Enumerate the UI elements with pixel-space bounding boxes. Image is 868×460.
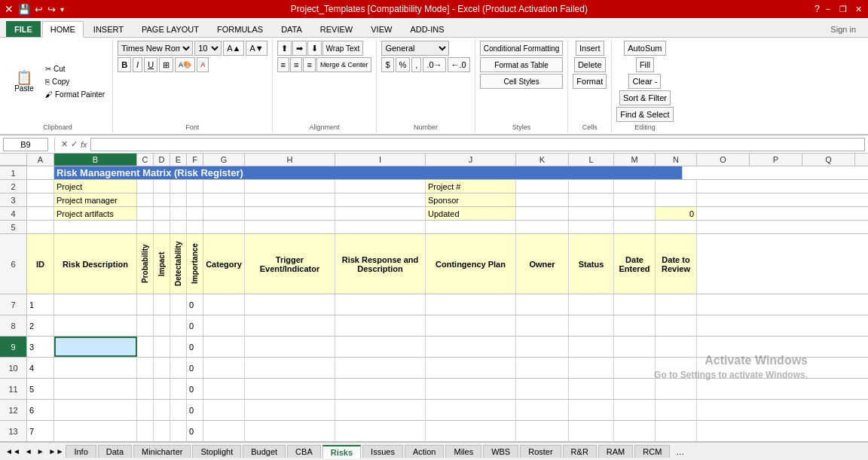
cell-k4[interactable]	[516, 207, 569, 220]
insert-function-icon[interactable]: fx	[81, 140, 87, 149]
format-button[interactable]: Format	[573, 74, 607, 89]
cell-c13[interactable]	[137, 421, 154, 441]
col-header-h[interactable]: H	[245, 154, 335, 166]
row-num-10[interactable]: 10	[0, 358, 27, 379]
col-header-j[interactable]: J	[426, 154, 516, 166]
sheet-tab-action[interactable]: Action	[405, 445, 445, 458]
cell-n8[interactable]	[656, 315, 697, 336]
sheet-nav-prev[interactable]: ◄	[23, 447, 35, 455]
cell-j4[interactable]: Updated	[426, 207, 516, 220]
cell-n11[interactable]	[656, 379, 697, 399]
align-middle-button[interactable]: ➡	[292, 41, 307, 56]
cell-n10[interactable]	[656, 358, 697, 378]
sort-filter-button[interactable]: Sort & Filter	[619, 90, 671, 105]
sheet-tab-stoplight[interactable]: Stoplight	[192, 445, 241, 458]
cell-a4[interactable]	[27, 207, 54, 220]
cell-i3[interactable]	[335, 193, 426, 206]
col-header-g[interactable]: G	[203, 154, 245, 166]
help-button[interactable]: ?	[815, 3, 820, 15]
cell-k8[interactable]	[516, 315, 569, 336]
row-num-7[interactable]: 7	[0, 294, 27, 315]
cell-m8[interactable]	[614, 315, 656, 336]
cell-b3[interactable]: Project manager	[54, 193, 137, 206]
cell-l11[interactable]	[569, 379, 614, 399]
cell-n9[interactable]	[656, 337, 697, 357]
cell-g5[interactable]	[203, 221, 245, 233]
cell-a1[interactable]	[27, 166, 54, 179]
tab-page-layout[interactable]: PAGE LAYOUT	[133, 21, 207, 37]
cell-l8[interactable]	[569, 315, 614, 336]
cell-b4[interactable]: Project artifacts	[54, 207, 137, 220]
cell-f8[interactable]: 0	[187, 315, 203, 336]
cell-e9[interactable]	[170, 337, 187, 357]
cell-m12[interactable]	[614, 400, 656, 420]
cell-l10[interactable]	[569, 358, 614, 378]
align-center-button[interactable]: ≡	[290, 57, 302, 72]
cell-e11[interactable]	[170, 379, 187, 399]
row-num-13[interactable]: 13	[0, 421, 27, 442]
row-num-11[interactable]: 11	[0, 379, 27, 400]
cell-f6[interactable]: Importance	[187, 234, 203, 294]
cell-i10[interactable]	[335, 358, 426, 378]
cell-o13[interactable]	[697, 421, 868, 441]
cell-c8[interactable]	[137, 315, 154, 336]
cell-l12[interactable]	[569, 400, 614, 420]
tab-addins[interactable]: ADD-INS	[402, 21, 452, 37]
col-header-q[interactable]: Q	[802, 154, 855, 166]
bold-button[interactable]: B	[118, 57, 131, 72]
cell-e3[interactable]	[170, 193, 187, 206]
cell-i5[interactable]	[335, 221, 426, 233]
cell-f3[interactable]	[187, 193, 203, 206]
cell-i2[interactable]	[335, 180, 426, 193]
cell-m2[interactable]	[614, 180, 656, 193]
sheet-tab-info[interactable]: Info	[66, 445, 96, 458]
col-header-e[interactable]: E	[170, 154, 187, 166]
row-num-1[interactable]: 1	[0, 166, 27, 180]
percent-button[interactable]: %	[396, 57, 411, 72]
paste-button[interactable]: 📋 Paste	[8, 69, 41, 95]
cancel-formula-icon[interactable]: ✕	[61, 139, 68, 149]
sheet-tab-cba[interactable]: CBA	[287, 445, 321, 458]
col-header-n[interactable]: N	[656, 154, 697, 166]
cell-c2[interactable]	[137, 180, 154, 193]
cell-n12[interactable]	[656, 400, 697, 420]
cell-a10[interactable]: 4	[27, 358, 54, 378]
cell-k9[interactable]	[516, 337, 569, 357]
col-header-c[interactable]: C	[137, 154, 154, 166]
col-header-b[interactable]: B	[54, 154, 137, 166]
cell-d9[interactable]	[154, 337, 170, 357]
autosum-button[interactable]: AutoSum	[624, 41, 665, 56]
cell-l6[interactable]: Status	[569, 234, 614, 294]
cell-d12[interactable]	[154, 400, 170, 420]
cell-j11[interactable]	[426, 379, 516, 399]
cell-g4[interactable]	[203, 207, 245, 220]
tab-file[interactable]: FILE	[6, 21, 41, 37]
decrease-decimal-button[interactable]: ←.0	[448, 57, 470, 72]
cell-l5[interactable]	[569, 221, 614, 233]
fill-button[interactable]: Fill	[636, 57, 654, 72]
cell-d7[interactable]	[154, 294, 170, 315]
cell-n13[interactable]	[656, 421, 697, 441]
cell-n5[interactable]	[656, 221, 697, 233]
sheet-tab-ram[interactable]: RAM	[598, 445, 633, 458]
cell-e12[interactable]	[170, 400, 187, 420]
sheet-tab-miles[interactable]: Miles	[445, 445, 481, 458]
col-header-p[interactable]: P	[750, 154, 802, 166]
cell-h2[interactable]	[245, 180, 335, 193]
row-num-3[interactable]: 3	[0, 193, 27, 207]
formula-input[interactable]	[90, 138, 865, 151]
cell-f4[interactable]	[187, 207, 203, 220]
cell-m10[interactable]	[614, 358, 656, 378]
sheet-tab-wbs[interactable]: WBS	[483, 445, 518, 458]
clear-button[interactable]: Clear -	[628, 74, 661, 89]
cell-m3[interactable]	[614, 193, 656, 206]
col-header-i[interactable]: I	[335, 154, 426, 166]
cell-reference-box[interactable]	[3, 138, 48, 151]
sign-in[interactable]: Sign in	[824, 22, 862, 37]
cell-j12[interactable]	[426, 400, 516, 420]
sheet-nav-next[interactable]: ►	[35, 447, 47, 455]
cell-g7[interactable]	[203, 294, 245, 315]
cell-h6[interactable]: Trigger Event/Indicator	[245, 234, 335, 294]
tab-view[interactable]: VIEW	[362, 21, 400, 37]
spreadsheet-body[interactable]: 1 2 3 4 5 6 7 8 9 10 11 12 13 Risk Manag…	[0, 166, 868, 442]
